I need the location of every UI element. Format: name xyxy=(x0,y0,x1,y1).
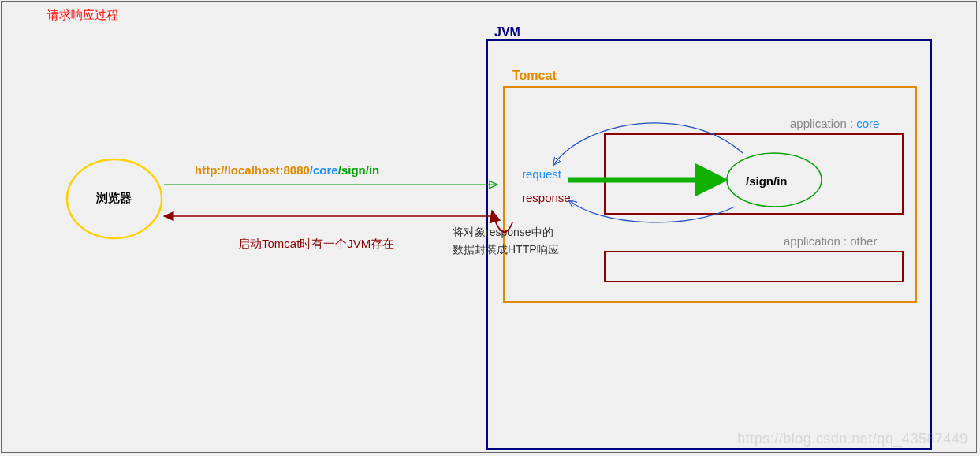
application-core-label: application : core xyxy=(790,117,879,130)
diagram-canvas: 请求响应过程 JVM Tomcat application : core app… xyxy=(1,1,977,453)
jvm-label: JVM xyxy=(494,25,520,39)
response-pack-note: 将对象response中的 数据封装成HTTP响应 xyxy=(453,223,559,258)
tomcat-label: Tomcat xyxy=(512,69,557,83)
diagram-title: 请求响应过程 xyxy=(47,8,118,23)
watermark: https://blog.csdn.net/qq_43587449 xyxy=(737,431,968,447)
application-other-label: application : other xyxy=(784,234,877,248)
request-label: request xyxy=(522,167,561,181)
response-label: response xyxy=(522,191,571,204)
sign-in-label: /sign/in xyxy=(746,174,788,188)
tomcat-jvm-note: 启动Tomcat时有一个JVM存在 xyxy=(238,237,394,252)
browser-label: 浏览器 xyxy=(96,191,132,206)
application-other-box xyxy=(604,251,904,282)
request-url: http://localhost:8080/core/sign/in xyxy=(195,163,379,177)
